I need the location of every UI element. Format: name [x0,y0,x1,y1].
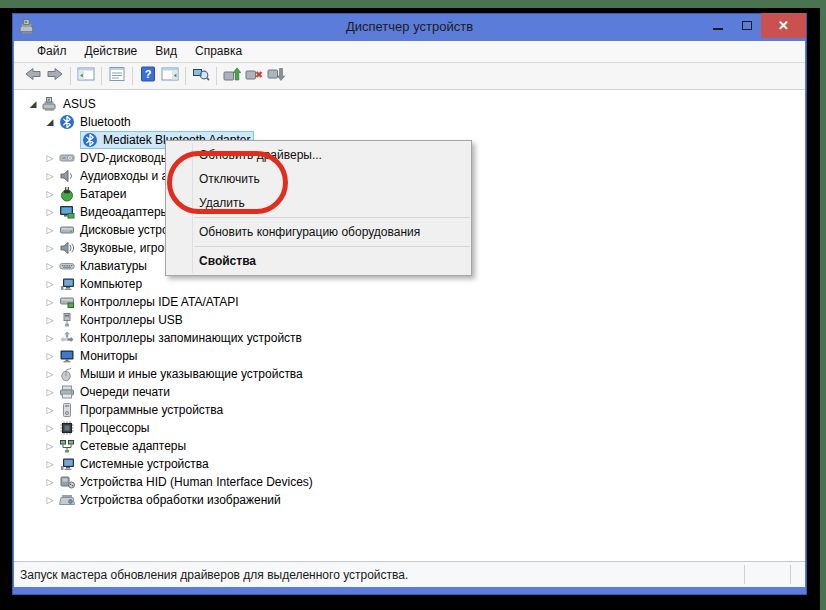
collapse-arrow-icon[interactable]: ▷ [43,243,57,253]
tree-row-content[interactable]: Контроллеры запоминающих устройств [57,329,306,347]
toolbar-separator [70,67,71,85]
context-menu-separator [194,246,470,247]
collapse-arrow-icon[interactable]: ▷ [43,387,57,397]
collapse-arrow-icon[interactable]: ▷ [43,279,57,289]
menu-item-вид[interactable]: Вид [146,41,186,62]
tree-row[interactable]: ▷Компьютер [14,275,805,293]
toolbar-separator [132,67,133,85]
disable-device-icon [267,66,285,86]
expand-arrow-icon[interactable]: ◢ [43,117,57,127]
dvd-icon [59,150,75,166]
tree-row[interactable]: ◢ASUS [14,95,805,113]
matte-top-strip [0,0,826,8]
collapse-arrow-icon[interactable]: ▷ [43,297,57,307]
tree-row[interactable]: ▷Программные устройства [14,401,805,419]
tree-row[interactable]: ▷Системные устройства [14,455,805,473]
collapse-arrow-icon[interactable]: ▷ [43,477,57,487]
audio-icon [59,168,75,184]
collapse-arrow-icon[interactable]: ▷ [43,315,57,325]
device-manager-window: Диспетчер устройств ✕ ФайлДействиеВидСпр… [12,13,807,595]
ide-icon [59,294,75,310]
update-driver-icon [223,66,241,86]
collapse-arrow-icon[interactable]: ▷ [43,495,57,505]
system-icon [59,276,75,292]
tree-item-label: Контроллеры IDE ATA/ATAPI [80,295,239,309]
collapse-arrow-icon[interactable]: ▷ [43,261,57,271]
scan-hardware-button[interactable] [190,65,212,87]
collapse-arrow-icon[interactable]: ▷ [43,423,57,433]
help-icon: ? [139,66,157,86]
tree-row-content[interactable]: Bluetooth [57,113,135,131]
collapse-arrow-icon[interactable]: ▷ [43,171,57,181]
tree-row[interactable]: ▷Мыши и иные указывающие устройства [14,365,805,383]
properties-button[interactable] [106,65,128,87]
tree-row-content[interactable]: Процессоры [57,419,154,437]
tree-row[interactable]: ▷Мониторы [14,347,805,365]
collapse-arrow-icon[interactable]: ▷ [43,333,57,343]
tree-row[interactable]: ▷Очереди печати [14,383,805,401]
tree-row-content[interactable]: Мыши и иные указывающие устройства [57,365,307,383]
update-driver-button[interactable] [221,65,243,87]
context-menu-item[interactable]: Свойства [166,249,471,273]
maximize-button[interactable] [732,13,761,38]
tree-item-label: Процессоры [80,421,150,435]
tree-row-content[interactable]: Видеоадаптеры [57,203,173,221]
collapse-arrow-icon[interactable]: ▷ [43,405,57,415]
tree-row[interactable]: ▷Контроллеры USB [14,311,805,329]
disable-device-button[interactable] [265,65,287,87]
collapse-arrow-icon[interactable]: ▷ [43,459,57,469]
forward-arrow-button[interactable] [44,65,66,87]
tree-row-content[interactable]: Контроллеры IDE ATA/ATAPI [57,293,243,311]
monitor-icon [59,348,75,364]
help-button[interactable]: ? [137,65,159,87]
display-icon [59,204,75,220]
tree-row-content[interactable]: Контроллеры USB [57,311,187,329]
tree-row-content[interactable]: Программные устройства [57,401,227,419]
collapse-arrow-icon[interactable]: ▷ [43,225,57,235]
menu-bar: ФайлДействиеВидСправка [14,41,805,63]
action-pane-button[interactable] [159,65,181,87]
tree-row[interactable]: ▷Устройства обработки изображений [14,491,805,509]
tree-row[interactable]: ▷Процессоры [14,419,805,437]
maximize-icon [742,21,752,30]
tree-row-content[interactable]: Сетевые адаптеры [57,437,190,455]
tree-row-content[interactable]: Мониторы [57,347,141,365]
tree-row-content[interactable]: Системные устройства [57,455,213,473]
expand-arrow-icon[interactable]: ◢ [26,99,40,109]
software-icon [59,402,75,418]
context-menu-item[interactable]: Обновить конфигурацию оборудования [166,220,471,244]
console-tree-button[interactable] [75,65,97,87]
back-arrow-button[interactable] [22,65,44,87]
collapse-arrow-icon[interactable]: ▷ [43,441,57,451]
minimize-button[interactable] [703,13,732,38]
tree-row-content[interactable]: Устройства обработки изображений [57,491,285,509]
menu-item-справка[interactable]: Справка [186,41,251,62]
svg-text:?: ? [145,68,152,80]
close-icon: ✕ [778,13,789,38]
collapse-arrow-icon[interactable]: ▷ [43,369,57,379]
tree-item-label: Сетевые адаптеры [80,439,186,453]
tree-row[interactable]: ▷Сетевые адаптеры [14,437,805,455]
menu-item-файл[interactable]: Файл [28,41,76,62]
tree-row[interactable]: ◢Bluetooth [14,113,805,131]
tree-item-label: ASUS [63,97,96,111]
collapse-arrow-icon[interactable]: ▷ [43,207,57,217]
tree-row[interactable]: ▷Контроллеры запоминающих устройств [14,329,805,347]
tree-row-content[interactable]: Клавиатуры [57,257,151,275]
collapse-arrow-icon[interactable]: ▷ [43,189,57,199]
tree-row[interactable]: ▷Контроллеры IDE ATA/ATAPI [14,293,805,311]
tree-row-content[interactable]: Очереди печати [57,383,174,401]
titlebar[interactable]: Диспетчер устройств ✕ [12,13,807,41]
tree-row[interactable]: ▷Устройства HID (Human Interface Devices… [14,473,805,491]
collapse-arrow-icon[interactable]: ▷ [43,351,57,361]
tree-row-content[interactable]: Устройства HID (Human Interface Devices) [57,473,317,491]
close-button[interactable]: ✕ [761,13,806,38]
uninstall-device-button[interactable] [243,65,265,87]
collapse-arrow-icon[interactable]: ▷ [43,153,57,163]
tree-row-content[interactable]: Компьютер [57,275,146,293]
tree-row-content[interactable]: Батареи [57,185,130,203]
status-divider [744,565,745,584]
menu-item-действие[interactable]: Действие [76,41,147,62]
context-menu-separator [194,217,470,218]
tree-row-content[interactable]: ASUS [40,95,100,113]
